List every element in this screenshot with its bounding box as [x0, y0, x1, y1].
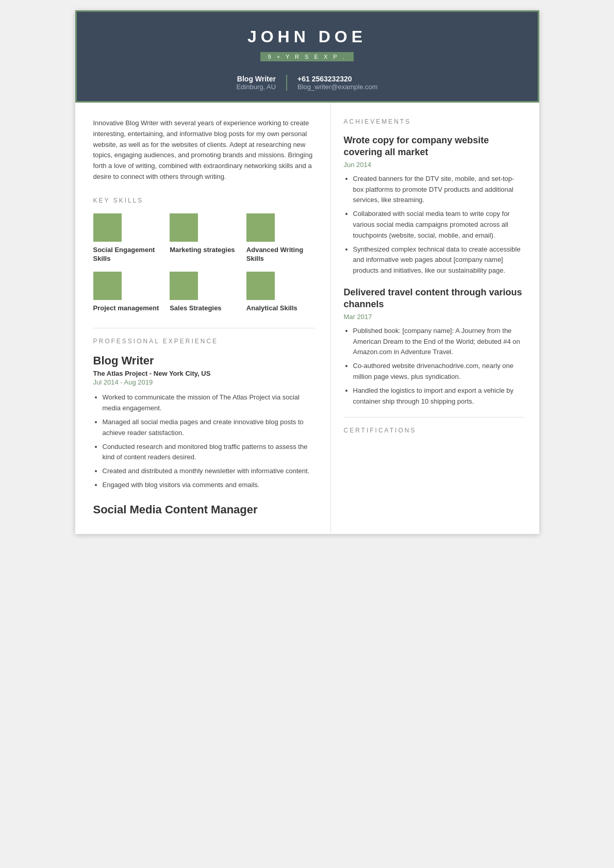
skills-grid: Social Engagement Skills Marketing strat…: [93, 213, 315, 313]
achievement-title-1: Delivered travel content through various…: [344, 287, 524, 311]
candidate-name: JOHN DOE: [97, 27, 517, 46]
experience-badge: 9 + Y R S E X P .: [260, 52, 353, 61]
exp-bullet-0-2: Conducted research and monitored blog tr…: [103, 442, 315, 463]
skill-name-5: Analytical Skills: [246, 304, 297, 313]
exp-company-0: The Atlas Project - New York City, US: [93, 370, 315, 377]
contact-right: +61 2563232320 Blog_writer@example.com: [287, 75, 378, 91]
job-title: Blog Writer: [236, 75, 276, 83]
ach-bullet-1-1: Co-authored website drivenachodrive.com,…: [353, 361, 524, 382]
skill-name-0: Social Engagement Skills: [93, 246, 162, 263]
exp-bullets-0: Worked to communicate the mission of The…: [93, 392, 315, 490]
experience-0: Blog Writer The Atlas Project - New York…: [93, 354, 315, 490]
skill-bar-2: [246, 213, 275, 242]
divider-1: [93, 328, 315, 328]
exp-title-1: Social Media Content Manager: [93, 503, 315, 516]
achievement-bullets-1: Published book: [company name]: A Journe…: [344, 326, 524, 407]
email: Blog_writer@example.com: [297, 83, 378, 91]
skill-item-0: Social Engagement Skills: [93, 213, 162, 263]
exp-bullet-0-0: Worked to communicate the mission of The…: [103, 392, 315, 414]
exp-location-0: New York City, US: [154, 370, 211, 377]
skill-name-3: Project management: [93, 304, 159, 313]
left-column: Innovative Blog Writer with several year…: [75, 103, 330, 534]
exp-company-name-0: The Atlas Project: [93, 370, 148, 377]
skill-bar-1: [170, 213, 198, 242]
ach-bullet-1-2: Handled the logistics to import and expo…: [353, 386, 524, 407]
resume-header: JOHN DOE 9 + Y R S E X P . Blog Writer E…: [75, 10, 539, 103]
location: Edinburg, AU: [236, 83, 276, 91]
ach-bullet-0-1: Collaborated with social media team to w…: [353, 209, 524, 241]
contact-info: Blog Writer Edinburg, AU +61 2563232320 …: [97, 75, 517, 91]
exp-bullet-0-4: Engaged with blog visitors via comments …: [103, 480, 315, 491]
skill-item-1: Marketing strategies: [170, 213, 238, 263]
skill-item-5: Analytical Skills: [246, 272, 315, 313]
achievements-section-title: ACHIEVEMENTS: [344, 118, 524, 125]
achievement-date-1: Mar 2017: [344, 313, 524, 321]
resume-document: JOHN DOE 9 + Y R S E X P . Blog Writer E…: [75, 10, 539, 534]
experience-section-title: PROFESSIONAL EXPERIENCE: [93, 338, 315, 345]
exp-dash-0: -: [150, 370, 154, 377]
skill-bar-3: [93, 272, 122, 300]
skill-name-1: Marketing strategies: [170, 246, 235, 255]
ach-bullet-0-0: Created banners for the DTV site, mobile…: [353, 174, 524, 206]
certifications-section-title: CERTIFICATIONS: [344, 427, 524, 434]
exp-bullet-0-1: Managed all social media pages and creat…: [103, 417, 315, 439]
phone: +61 2563232320: [297, 75, 378, 83]
achievement-title-0: Wrote copy for company website covering …: [344, 135, 524, 159]
exp-date-0: Jul 2014 - Aug 2019: [93, 378, 315, 386]
exp-bullet-0-3: Created and distributed a monthly newsle…: [103, 466, 315, 477]
skill-name-4: Sales Strategies: [170, 304, 221, 313]
skills-section-title: KEY SKILLS: [93, 197, 315, 204]
contact-left: Blog Writer Edinburg, AU: [236, 75, 287, 91]
skill-bar-0: [93, 213, 122, 242]
achievement-date-0: Jun 2014: [344, 161, 524, 169]
skill-bar-5: [246, 272, 275, 300]
divider-2: [344, 417, 524, 418]
resume-body: Innovative Blog Writer with several year…: [75, 103, 539, 534]
skill-item-3: Project management: [93, 272, 162, 313]
exp-title-0: Blog Writer: [93, 354, 315, 368]
skill-bar-4: [170, 272, 198, 300]
skill-name-2: Advanced Writing Skills: [246, 246, 315, 263]
achievement-bullets-0: Created banners for the DTV site, mobile…: [344, 174, 524, 276]
skill-item-2: Advanced Writing Skills: [246, 213, 315, 263]
summary-text: Innovative Blog Writer with several year…: [93, 118, 315, 182]
ach-bullet-1-0: Published book: [company name]: A Journe…: [353, 326, 524, 358]
ach-bullet-0-2: Synthesized complex technical data to cr…: [353, 244, 524, 276]
skill-item-4: Sales Strategies: [170, 272, 238, 313]
right-column: ACHIEVEMENTS Wrote copy for company webs…: [330, 103, 539, 534]
